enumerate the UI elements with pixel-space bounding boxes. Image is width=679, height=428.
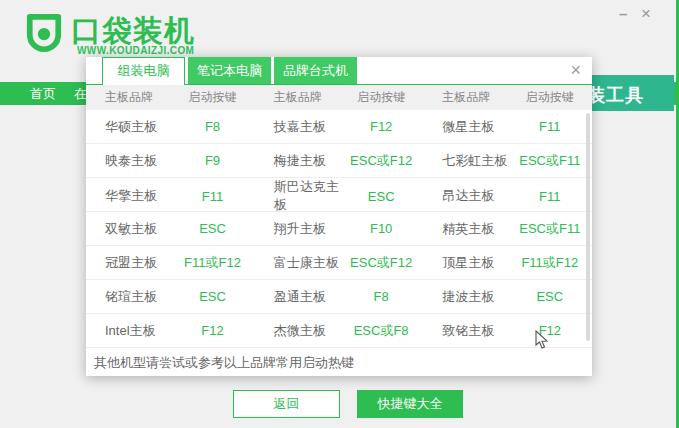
back-button[interactable]: 返回 (233, 390, 340, 418)
boot-key-cell: ESC (508, 289, 592, 304)
table-row: 双敏主板ESC翔升主板F10精英主板ESC或F11 (86, 212, 592, 246)
table-row: Intel主板F12杰微主板ESC或F8致铭主板F12 (86, 314, 592, 348)
brand-cell: 富士康主板 (255, 254, 339, 272)
header-brand: 主板品牌 (86, 89, 170, 106)
boot-key-cell: ESC或F12 (339, 254, 423, 272)
minimize-button[interactable]: – (619, 6, 627, 21)
boot-key-cell: ESC (170, 221, 254, 236)
boot-key-cell: F10 (339, 221, 423, 236)
brand-cell: 七彩虹主板 (423, 152, 507, 170)
brand-cell: 华硕主板 (86, 118, 170, 136)
boot-key-cell: ESC或F12 (339, 152, 423, 170)
header-brand: 主板品牌 (423, 89, 507, 106)
boot-key-cell: F11或F12 (508, 254, 592, 272)
brand-cell: 精英主板 (423, 220, 507, 238)
boot-key-cell: ESC或F11 (508, 152, 592, 170)
close-dialog-icon[interactable]: × (570, 61, 581, 79)
table-row: 铭瑄主板ESC盈通主板F8捷波主板ESC (86, 280, 592, 314)
boot-key-cell: F11 (508, 189, 592, 204)
table-row: 映泰主板F9梅捷主板ESC或F12七彩虹主板ESC或F11 (86, 144, 592, 178)
nav-item-install-tool[interactable]: 装工具 (592, 75, 674, 111)
boot-key-cell: ESC或F8 (339, 322, 423, 340)
brand-cell: 冠盟主板 (86, 254, 170, 272)
table-row: 冠盟主板F11或F12富士康主板ESC或F12顶星主板F11或F12 (86, 246, 592, 280)
header-boot-key: 启动按键 (170, 89, 254, 106)
table-row: 华硕主板F8技嘉主板F12微星主板F11 (86, 110, 592, 144)
table-row: 华擎主板F11斯巴达克主板ESC昂达主板F11 (86, 178, 592, 212)
brand-cell: 华擎主板 (86, 187, 170, 205)
boot-key-cell: ESC (170, 289, 254, 304)
header-boot-key: 启动按键 (339, 89, 423, 106)
dialog-tabs: 组装电脑 笔记本电脑 品牌台式机 × (86, 57, 592, 85)
brand-cell: 双敏主板 (86, 220, 170, 238)
brand-cell: 铭瑄主板 (86, 288, 170, 306)
tab-assembled-pc[interactable]: 组装电脑 (102, 57, 185, 85)
boot-key-cell: F11 (170, 189, 254, 204)
app-subtitle: WWW.KOUDAIZJI.COM (77, 45, 194, 56)
boot-key-dialog: 组装电脑 笔记本电脑 品牌台式机 × 主板品牌启动按键主板品牌启动按键主板品牌启… (86, 57, 592, 376)
shield-logo-icon (25, 13, 63, 57)
table-header-row: 主板品牌启动按键主板品牌启动按键主板品牌启动按键 (86, 85, 592, 110)
mouse-cursor (533, 330, 551, 350)
boot-key-cell: ESC (339, 189, 423, 204)
scrollbar-thumb[interactable] (586, 113, 590, 341)
table-footnote: 其他机型请尝试或参考以上品牌常用启动热键 (86, 348, 592, 376)
brand-cell: 杰微主板 (255, 322, 339, 340)
brand-cell: 顶星主板 (423, 254, 507, 272)
boot-key-cell: F8 (170, 119, 254, 134)
brand-cell: 昂达主板 (423, 187, 507, 205)
boot-key-cell: F11 (508, 119, 592, 134)
brand-cell: Intel主板 (86, 322, 170, 340)
boot-key-cell: F8 (339, 289, 423, 304)
header-boot-key: 启动按键 (508, 89, 592, 106)
boot-key-cell: F11或F12 (170, 254, 254, 272)
tab-laptop[interactable]: 笔记本电脑 (188, 57, 271, 84)
brand-cell: 映泰主板 (86, 152, 170, 170)
boot-key-table-body: 华硕主板F8技嘉主板F12微星主板F11映泰主板F9梅捷主板ESC或F12七彩虹… (86, 110, 592, 348)
brand-cell: 翔升主板 (255, 220, 339, 238)
brand-cell: 技嘉主板 (255, 118, 339, 136)
brand-cell: 梅捷主板 (255, 152, 339, 170)
nav-item-home[interactable]: 首页 (30, 82, 56, 105)
brand-cell: 微星主板 (423, 118, 507, 136)
brand-cell: 盈通主板 (255, 288, 339, 306)
nav-item-install-tool-label: 装工具 (592, 83, 644, 107)
boot-key-cell: F12 (170, 323, 254, 338)
brand-cell: 捷波主板 (423, 288, 507, 306)
hotkeys-list-button[interactable]: 快捷键大全 (357, 390, 463, 418)
tab-brand-desktop[interactable]: 品牌台式机 (274, 57, 357, 84)
brand-cell: 斯巴达克主板 (255, 178, 339, 214)
close-window-button[interactable]: × (641, 5, 651, 22)
header-brand: 主板品牌 (255, 89, 339, 106)
boot-key-cell: F12 (339, 119, 423, 134)
brand-cell: 致铭主板 (423, 322, 507, 340)
boot-key-cell: ESC或F11 (508, 220, 592, 238)
boot-key-cell: F9 (170, 153, 254, 168)
